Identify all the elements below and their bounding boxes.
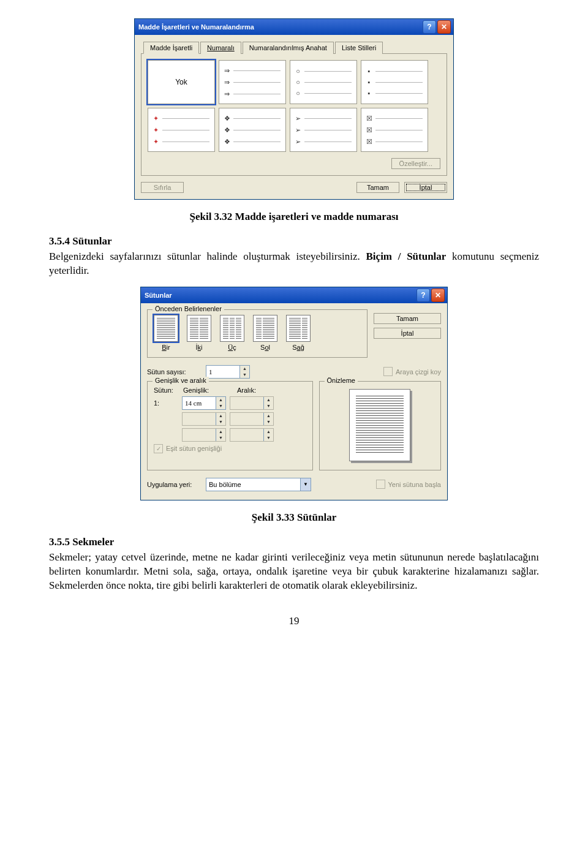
dialog1-tabs: Madde İşaretli Numaralı Numaralandırılmı… [141,41,447,54]
col-count-input[interactable] [206,366,239,378]
help-button[interactable]: ? [423,20,436,34]
tab-outline[interactable]: Numaralandırılmış Anahat [243,42,334,54]
chevron-down-icon[interactable]: ▼ [300,478,311,491]
dialog1-titlebar: Madde İşaretleri ve Numaralandırma ? ✕ [135,19,453,35]
preview-fieldset: Önizleme [319,381,442,470]
close-button[interactable]: ✕ [437,20,451,34]
page-number: 19 [49,615,539,627]
col-count-spinner[interactable]: ▲▼ [206,365,250,379]
ok-button[interactable]: Tamam [356,182,399,193]
bullet-style-4[interactable]: ✦ ✦ ✦ [148,108,215,152]
bullet-none[interactable]: Yok [148,60,215,104]
tab-numbered[interactable]: Numaralı [200,42,241,54]
apply-to-dropdown[interactable]: Bu bölüme ▼ [206,478,311,491]
bullet-style-check[interactable]: ☒ ☒ ☒ [361,108,428,152]
apply-to-label: Uygulama yeri: [147,481,202,488]
preset-three[interactable]: Üç [220,315,244,351]
figure-caption-2: Şekil 3.33 Sütünlar [49,511,539,524]
cancel-button[interactable]: İptal [374,328,441,339]
preview-page [349,389,410,461]
customize-button[interactable]: Özelleştir... [391,158,440,169]
tab-bulleted[interactable]: Madde İşaretli [143,42,199,54]
tab-list-styles[interactable]: Liste Stilleri [335,42,383,54]
bullet-style-diamond[interactable]: ❖ ❖ ❖ [219,108,286,152]
presets-fieldset: Önceden Belirlenenler Bir İki [147,309,368,358]
preset-two[interactable]: İki [187,315,211,351]
start-new-column-checkbox: Yeni sütuna başla [376,480,441,489]
bullet-style-tri[interactable]: ➢ ➢ ➢ [290,108,357,152]
row1-col-label: 1: [154,399,178,407]
dialog2-title: Sütunlar [145,292,415,299]
section-354-body: Belgenizdeki sayfalarınızı sütunlar hali… [49,250,539,278]
width-spinner-3: ▲▼ [182,428,226,442]
width-fieldset: Genişlik ve aralık Sütun: Genişlik: Aral… [147,381,313,470]
line-between-checkbox: Araya çizgi koy [383,367,441,376]
spin-up-icon[interactable]: ▲ [240,366,249,372]
spacing-spinner-3: ▲▼ [230,428,274,442]
figure-bullets-dialog: Madde İşaretleri ve Numaralandırma ? ✕ M… [49,18,539,200]
preset-one[interactable]: Bir [154,315,178,351]
spin-down-icon[interactable]: ▼ [240,372,249,378]
figure-columns-dialog: Sütunlar ? ✕ Önceden Belirlenenler Bir [49,287,539,500]
width-spinner-2: ▲▼ [182,412,226,426]
col-count-label: Sütun sayısı: [147,368,202,376]
section-355-body: Sekmeler; yatay cetvel üzerinde, metne n… [49,551,539,593]
spacing-spinner-1: ▲▼ [230,396,274,410]
ok-button[interactable]: Tamam [374,313,441,324]
dialog1-title: Madde İşaretleri ve Numaralandırma [138,23,421,31]
reset-button[interactable]: Sıfırla [141,182,184,193]
help-button[interactable]: ? [417,289,430,302]
equal-width-checkbox: ✓Eşit sütun genişliği [154,444,222,453]
cancel-button[interactable]: İptal [404,182,447,193]
section-355-title: 3.5.5 Sekmeler [49,536,539,548]
preset-right[interactable]: Sağ [286,315,311,351]
bullet-style-grid: Yok ⇒ ⇒ ⇒ ○ ○ ○ ▪ ▪ [148,60,440,152]
spacing-spinner-2: ▲▼ [230,412,274,426]
width-spinner-1[interactable]: ▲▼ [182,396,226,410]
bullet-style-circle[interactable]: ○ ○ ○ [290,60,357,104]
preset-left[interactable]: Sol [253,315,277,351]
bullet-style-square[interactable]: ▪ ▪ ▪ [361,60,428,104]
dialog2-titlebar: Sütunlar ? ✕ [141,287,447,303]
figure-caption-1: Şekil 3.32 Madde işaretleri ve madde num… [49,211,539,223]
section-354-title: 3.5.4 Sütunlar [49,235,539,247]
close-button[interactable]: ✕ [431,289,445,302]
bullet-style-arrow[interactable]: ⇒ ⇒ ⇒ [219,60,286,104]
